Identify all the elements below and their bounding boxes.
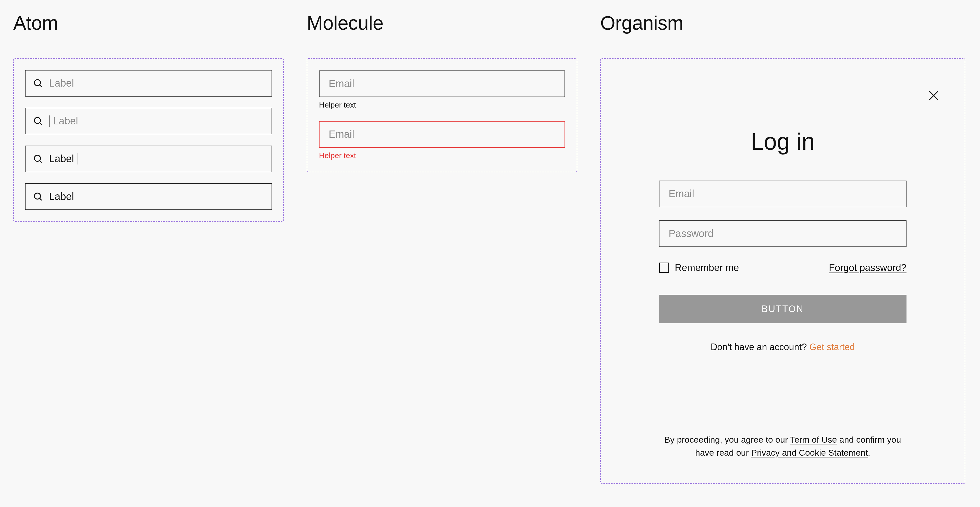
atom-input-value: Label — [49, 153, 74, 164]
email-input[interactable]: Email — [319, 70, 565, 97]
svg-point-4 — [35, 155, 41, 161]
input-placeholder: Email — [329, 129, 354, 140]
forgot-password-link[interactable]: Forgot password? — [829, 262, 907, 273]
helper-text: Helper text — [319, 100, 565, 109]
svg-point-0 — [35, 80, 41, 86]
terms-of-use-link[interactable]: Term of Use — [790, 435, 837, 445]
search-icon — [33, 154, 43, 164]
atom-input-placeholder: Label — [53, 115, 78, 127]
search-icon — [33, 116, 43, 126]
input-placeholder: Email — [669, 188, 694, 199]
molecule-container: Email Helper text Email Helper text — [307, 58, 577, 172]
atom-input-value: Label — [49, 191, 74, 202]
signup-prompt-text: Don't have an account? — [711, 342, 809, 352]
close-icon[interactable] — [928, 89, 940, 102]
email-field[interactable]: Email — [659, 180, 907, 207]
get-started-link[interactable]: Get started — [810, 342, 855, 352]
molecule-field-error: Email Helper text — [319, 121, 565, 160]
svg-point-6 — [35, 193, 41, 199]
login-form: Log in Email Password Remember me Forgot… — [659, 89, 907, 352]
svg-line-7 — [40, 198, 41, 200]
atom-input-focus-empty[interactable]: Label — [25, 108, 272, 134]
helper-text-error: Helper text — [319, 151, 565, 160]
atom-input-focus-filled[interactable]: Label — [25, 145, 272, 172]
svg-line-5 — [40, 160, 41, 163]
molecule-heading: Molecule — [307, 12, 577, 34]
remember-me[interactable]: Remember me — [659, 262, 739, 273]
search-icon — [33, 78, 43, 88]
legal-end: . — [868, 448, 870, 458]
text-caret: Label — [49, 153, 78, 164]
svg-line-1 — [40, 85, 41, 87]
svg-line-3 — [40, 123, 41, 124]
signup-prompt: Don't have an account? Get started — [711, 342, 855, 352]
atom-input-default[interactable]: Label — [25, 70, 272, 97]
submit-button[interactable]: BUTTON — [659, 295, 907, 324]
password-field[interactable]: Password — [659, 220, 907, 247]
search-icon — [33, 192, 43, 201]
atom-container: Label Label Label — [13, 58, 284, 222]
input-placeholder: Email — [329, 78, 354, 89]
legal-text: By proceeding, you agree to our Term of … — [659, 433, 907, 459]
svg-point-2 — [35, 117, 41, 123]
checkbox-icon[interactable] — [659, 263, 669, 273]
atom-heading: Atom — [13, 12, 284, 34]
atom-input-placeholder: Label — [49, 77, 74, 89]
login-title: Log in — [751, 128, 815, 155]
molecule-field-default: Email Helper text — [319, 70, 565, 109]
organism-heading: Organism — [600, 12, 965, 34]
organism-container: Log in Email Password Remember me Forgot… — [600, 58, 965, 484]
privacy-link[interactable]: Privacy and Cookie Statement — [751, 448, 868, 458]
text-caret: Label — [49, 115, 78, 127]
email-input-error[interactable]: Email — [319, 121, 565, 148]
input-placeholder: Password — [669, 228, 714, 239]
legal-pre: By proceeding, you agree to our — [664, 435, 790, 445]
atom-input-filled[interactable]: Label — [25, 183, 272, 210]
remember-me-label: Remember me — [675, 262, 739, 273]
